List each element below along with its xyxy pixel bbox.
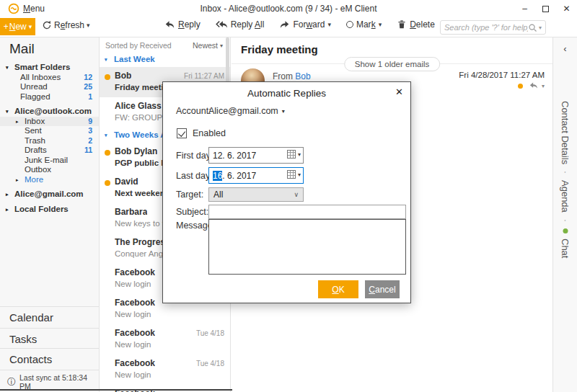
last-day-input[interactable]: 16. 6. 2017 ▾ [208, 167, 304, 184]
window-bottom-edge [0, 389, 232, 391]
sidebar-item-more[interactable]: ▸More [0, 175, 99, 185]
chevron-down-icon: ▾ [87, 22, 90, 29]
caret-right-icon: ▸ [6, 190, 13, 200]
last-day-label: Last day: [176, 171, 213, 181]
enabled-checkbox[interactable] [177, 128, 187, 138]
sidebar-item-trash[interactable]: Trash2 [0, 136, 99, 146]
sync-status: ⓘ Last sync at 5:18:34 PM [7, 373, 99, 391]
message-label: Message [176, 220, 213, 231]
forward-button[interactable]: Forward ▾ [279, 19, 331, 30]
mark-button[interactable]: Mark ▾ [346, 19, 382, 30]
maximize-button[interactable] [535, 0, 556, 17]
target-label: Target: [176, 190, 203, 200]
chevron-down-icon: ▾ [379, 21, 382, 28]
folder-sidebar: Mail ▾Smart Folders All Inboxes12 Unread… [0, 37, 100, 392]
mark-circle-icon [346, 21, 353, 28]
sidebar-section-tasks[interactable]: Tasks [0, 328, 99, 349]
sidebar-item-local-folders[interactable]: ▸Local Folders [0, 205, 99, 215]
caret-down-icon: ▾ [282, 108, 285, 115]
collapse-panel-button[interactable]: ‹ [553, 43, 577, 54]
unread-count: 2 [88, 136, 92, 146]
from-label: From [273, 71, 293, 81]
sidebar-item-drafts[interactable]: Drafts11 [0, 146, 99, 156]
sidebar-item-inbox[interactable]: ▸Inbox9 [0, 117, 99, 127]
chevron-down-icon: ▾ [29, 23, 32, 30]
unread-dot-icon [105, 74, 110, 80]
sidebar-item-all-inboxes[interactable]: All Inboxes12 [0, 73, 99, 83]
unread-count: 12 [84, 73, 92, 83]
caret-right-icon: ▸ [6, 205, 13, 215]
reply-all-button[interactable]: Reply All [216, 19, 265, 30]
new-button[interactable]: +New▾ [0, 18, 35, 35]
sender-link[interactable]: Bob [295, 71, 310, 81]
message-row[interactable]: FacebookTue 4/18 New login [100, 324, 230, 355]
caret-down-icon: ▾ [6, 107, 13, 117]
sidebar-item-smart-folders[interactable]: ▾Smart Folders [0, 63, 99, 73]
info-icon: ⓘ [7, 376, 16, 388]
dialog-title: Automatic Replies [163, 88, 410, 99]
window-title: Inbox - Alice@outlook.com (9 / 34) - eM … [0, 4, 577, 14]
sidebar-item-junk[interactable]: Junk E-mail [0, 156, 99, 166]
chevron-down-icon: ∨ [294, 191, 299, 198]
subject-label: Subject: [176, 207, 208, 217]
show-older-emails-button[interactable]: Show 1 older emails [344, 57, 441, 71]
minimize-button[interactable]: – [514, 0, 535, 17]
caret-down-icon[interactable]: ▾ [298, 151, 301, 158]
target-select[interactable]: All ∨ [208, 187, 304, 202]
message-row[interactable]: Facebook [100, 385, 230, 392]
message-row[interactable]: FacebookTue 4/18 New login [100, 355, 230, 385]
sidebar-item-outbox[interactable]: Outbox [0, 165, 99, 175]
unread-count: 11 [84, 146, 92, 156]
calendar-icon[interactable] [287, 170, 296, 179]
automatic-replies-dialog: Automatic Replies ✕ Account: Alice@gmail… [162, 81, 411, 303]
unread-dot-icon [105, 180, 110, 186]
maximize-icon [542, 6, 549, 12]
calendar-icon[interactable] [287, 150, 296, 159]
search-input[interactable] [444, 23, 528, 32]
ok-button[interactable]: OK [318, 280, 358, 298]
mail-pane-title: Mail [9, 41, 35, 57]
sidebar-item-gmail-account[interactable]: ▸Alice@gmail.com [0, 190, 99, 200]
sidebar-item-outlook-account[interactable]: ▾Alice@outlook.com [0, 107, 99, 117]
sort-by-button[interactable]: Sorted by Received [105, 41, 172, 50]
reply-arrow-icon[interactable] [529, 81, 539, 90]
sidebar-item-unread[interactable]: Unread25 [0, 82, 99, 92]
sidebar-section-contacts[interactable]: Contacts [0, 348, 99, 370]
caret-down-icon: ▾ [105, 128, 107, 143]
tab-chat[interactable]: Chat [560, 239, 571, 258]
app-window: Menu Inbox - Alice@outlook.com (9 / 34) … [0, 0, 577, 392]
message-list-scrollbar[interactable] [226, 37, 229, 85]
sidebar-item-sent[interactable]: Sent3 [0, 126, 99, 136]
unread-dot-icon [105, 150, 110, 156]
first-day-input[interactable]: 12. 6. 2017 ▾ [208, 147, 304, 164]
refresh-icon [42, 20, 52, 30]
delete-button[interactable]: Delete [397, 19, 435, 30]
forward-icon [279, 19, 290, 30]
caret-right-icon: ▸ [16, 117, 23, 127]
caret-down-icon: ▾ [6, 63, 13, 73]
sidebar-section-calendar[interactable]: Calendar [0, 306, 99, 328]
refresh-button[interactable]: Refresh ▾ [42, 20, 90, 30]
chevron-down-icon[interactable]: ▾ [542, 83, 545, 89]
unread-count: 25 [84, 82, 92, 92]
tab-agenda[interactable]: Agenda [560, 180, 571, 213]
caret-down-icon[interactable]: ▾ [298, 172, 301, 178]
unread-count: 3 [88, 126, 92, 136]
close-button[interactable]: ✕ [556, 0, 577, 17]
unread-count: 9 [88, 117, 92, 127]
group-header-last-week[interactable]: ▾Last Week [100, 52, 230, 67]
enabled-label: Enabled [193, 128, 226, 138]
tab-contact-details[interactable]: Contact Details [560, 101, 571, 164]
chevron-down-icon[interactable]: ▾ [539, 24, 542, 31]
account-dropdown[interactable]: Alice@gmail.com ▾ [208, 106, 285, 116]
sort-order-button[interactable]: Newest▾ [193, 41, 223, 50]
subject-input[interactable] [208, 205, 406, 219]
reply-button[interactable]: Reply [164, 19, 201, 30]
cancel-button[interactable]: Cancel [365, 280, 400, 298]
title-bar: Menu Inbox - Alice@outlook.com (9 / 34) … [0, 0, 577, 17]
message-textarea[interactable] [208, 219, 406, 275]
search-icon[interactable] [528, 23, 537, 32]
search-box: ▾ [440, 20, 546, 35]
dialog-close-button[interactable]: ✕ [395, 86, 403, 97]
sidebar-item-flagged[interactable]: Flagged1 [0, 92, 99, 102]
